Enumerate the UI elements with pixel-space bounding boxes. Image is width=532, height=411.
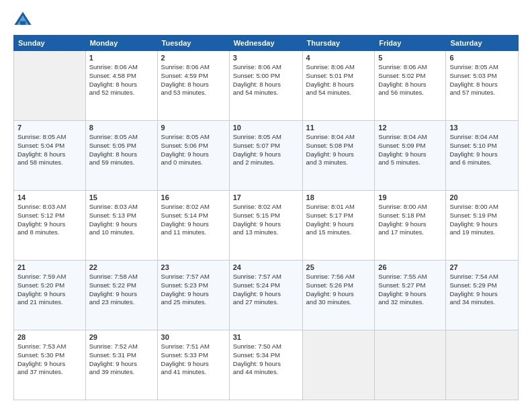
day-number: 29 <box>89 333 154 341</box>
day-info: Sunrise: 8:00 AM Sunset: 5:19 PM Dayligh… <box>449 203 515 237</box>
logo-icon <box>13 11 32 30</box>
calendar-cell: 14Sunrise: 8:03 AM Sunset: 5:12 PM Dayli… <box>14 191 86 261</box>
day-number: 17 <box>233 193 299 201</box>
day-info: Sunrise: 7:58 AM Sunset: 5:22 PM Dayligh… <box>89 273 154 307</box>
calendar-cell: 23Sunrise: 7:57 AM Sunset: 5:23 PM Dayli… <box>157 261 229 330</box>
day-info: Sunrise: 8:03 AM Sunset: 5:13 PM Dayligh… <box>89 203 154 237</box>
day-number: 18 <box>306 193 371 201</box>
calendar-cell: 21Sunrise: 7:59 AM Sunset: 5:20 PM Dayli… <box>14 261 86 330</box>
week-row-0: 1Sunrise: 8:06 AM Sunset: 4:58 PM Daylig… <box>14 51 519 121</box>
calendar-cell: 1Sunrise: 8:06 AM Sunset: 4:58 PM Daylig… <box>85 51 157 121</box>
calendar-cell: 6Sunrise: 8:05 AM Sunset: 5:03 PM Daylig… <box>446 51 519 121</box>
day-info: Sunrise: 8:05 AM Sunset: 5:06 PM Dayligh… <box>161 133 226 167</box>
calendar-header-row: SundayMondayTuesdayWednesdayThursdayFrid… <box>14 36 519 51</box>
svg-rect-2 <box>20 21 26 25</box>
day-info: Sunrise: 8:05 AM Sunset: 5:05 PM Dayligh… <box>89 133 154 167</box>
day-info: Sunrise: 8:04 AM Sunset: 5:09 PM Dayligh… <box>378 133 442 167</box>
day-number: 9 <box>161 124 226 132</box>
day-info: Sunrise: 8:04 AM Sunset: 5:10 PM Dayligh… <box>449 133 515 167</box>
day-number: 25 <box>306 263 371 271</box>
day-number: 12 <box>378 124 442 132</box>
day-number: 1 <box>89 54 154 62</box>
calendar-cell: 30Sunrise: 7:51 AM Sunset: 5:33 PM Dayli… <box>157 330 229 400</box>
calendar-cell: 18Sunrise: 8:01 AM Sunset: 5:17 PM Dayli… <box>302 191 375 261</box>
day-info: Sunrise: 8:05 AM Sunset: 5:04 PM Dayligh… <box>17 133 82 167</box>
calendar-cell: 17Sunrise: 8:02 AM Sunset: 5:15 PM Dayli… <box>229 191 302 261</box>
day-info: Sunrise: 7:59 AM Sunset: 5:20 PM Dayligh… <box>17 273 82 307</box>
day-header-thursday: Thursday <box>302 36 375 51</box>
day-number: 6 <box>449 54 515 62</box>
week-row-3: 21Sunrise: 7:59 AM Sunset: 5:20 PM Dayli… <box>14 261 519 330</box>
day-number: 2 <box>161 54 226 62</box>
week-row-2: 14Sunrise: 8:03 AM Sunset: 5:12 PM Dayli… <box>14 191 519 261</box>
day-info: Sunrise: 8:02 AM Sunset: 5:14 PM Dayligh… <box>161 203 226 237</box>
day-info: Sunrise: 7:52 AM Sunset: 5:31 PM Dayligh… <box>89 342 154 377</box>
calendar-cell: 20Sunrise: 8:00 AM Sunset: 5:19 PM Dayli… <box>446 191 519 261</box>
day-number: 11 <box>306 124 371 132</box>
day-info: Sunrise: 7:56 AM Sunset: 5:26 PM Dayligh… <box>306 273 371 307</box>
calendar-cell: 4Sunrise: 8:06 AM Sunset: 5:01 PM Daylig… <box>302 51 375 121</box>
calendar-cell <box>446 330 519 400</box>
calendar-cell: 7Sunrise: 8:05 AM Sunset: 5:04 PM Daylig… <box>14 121 86 191</box>
calendar-cell: 22Sunrise: 7:58 AM Sunset: 5:22 PM Dayli… <box>85 261 157 330</box>
day-number: 19 <box>378 193 442 201</box>
day-number: 13 <box>449 124 515 132</box>
calendar-cell: 26Sunrise: 7:55 AM Sunset: 5:27 PM Dayli… <box>375 261 446 330</box>
day-info: Sunrise: 7:50 AM Sunset: 5:34 PM Dayligh… <box>233 342 299 377</box>
day-header-monday: Monday <box>85 36 157 51</box>
day-number: 14 <box>17 193 82 201</box>
day-info: Sunrise: 8:01 AM Sunset: 5:17 PM Dayligh… <box>306 203 371 237</box>
day-info: Sunrise: 8:06 AM Sunset: 5:00 PM Dayligh… <box>233 63 299 97</box>
day-info: Sunrise: 7:57 AM Sunset: 5:24 PM Dayligh… <box>233 273 299 307</box>
day-info: Sunrise: 7:51 AM Sunset: 5:33 PM Dayligh… <box>161 342 226 377</box>
day-info: Sunrise: 8:06 AM Sunset: 4:59 PM Dayligh… <box>161 63 226 97</box>
day-info: Sunrise: 8:05 AM Sunset: 5:03 PM Dayligh… <box>449 63 515 97</box>
calendar-cell: 28Sunrise: 7:53 AM Sunset: 5:30 PM Dayli… <box>14 330 86 400</box>
day-header-saturday: Saturday <box>446 36 519 51</box>
day-info: Sunrise: 7:55 AM Sunset: 5:27 PM Dayligh… <box>378 273 442 307</box>
calendar-cell <box>14 51 86 121</box>
day-number: 4 <box>306 54 371 62</box>
week-row-1: 7Sunrise: 8:05 AM Sunset: 5:04 PM Daylig… <box>14 121 519 191</box>
calendar-cell: 16Sunrise: 8:02 AM Sunset: 5:14 PM Dayli… <box>157 191 229 261</box>
day-number: 15 <box>89 193 154 201</box>
day-info: Sunrise: 7:57 AM Sunset: 5:23 PM Dayligh… <box>161 273 226 307</box>
day-number: 5 <box>378 54 442 62</box>
day-info: Sunrise: 8:06 AM Sunset: 5:01 PM Dayligh… <box>306 63 371 97</box>
day-info: Sunrise: 8:02 AM Sunset: 5:15 PM Dayligh… <box>233 203 299 237</box>
day-header-friday: Friday <box>375 36 446 51</box>
week-row-4: 28Sunrise: 7:53 AM Sunset: 5:30 PM Dayli… <box>14 330 519 400</box>
calendar-cell: 31Sunrise: 7:50 AM Sunset: 5:34 PM Dayli… <box>229 330 302 400</box>
day-info: Sunrise: 7:54 AM Sunset: 5:29 PM Dayligh… <box>449 273 515 307</box>
calendar-cell: 24Sunrise: 7:57 AM Sunset: 5:24 PM Dayli… <box>229 261 302 330</box>
day-number: 26 <box>378 263 442 271</box>
day-header-wednesday: Wednesday <box>229 36 302 51</box>
calendar-cell: 15Sunrise: 8:03 AM Sunset: 5:13 PM Dayli… <box>85 191 157 261</box>
day-number: 7 <box>17 124 82 132</box>
calendar-cell: 12Sunrise: 8:04 AM Sunset: 5:09 PM Dayli… <box>375 121 446 191</box>
day-info: Sunrise: 8:04 AM Sunset: 5:08 PM Dayligh… <box>306 133 371 167</box>
calendar-cell: 9Sunrise: 8:05 AM Sunset: 5:06 PM Daylig… <box>157 121 229 191</box>
day-number: 8 <box>89 124 154 132</box>
day-number: 21 <box>17 263 82 271</box>
day-info: Sunrise: 8:03 AM Sunset: 5:12 PM Dayligh… <box>17 203 82 237</box>
day-number: 27 <box>449 263 515 271</box>
day-number: 31 <box>233 333 299 341</box>
day-info: Sunrise: 8:06 AM Sunset: 5:02 PM Dayligh… <box>378 63 442 97</box>
calendar-cell: 27Sunrise: 7:54 AM Sunset: 5:29 PM Dayli… <box>446 261 519 330</box>
day-number: 24 <box>233 263 299 271</box>
day-number: 3 <box>233 54 299 62</box>
calendar: SundayMondayTuesdayWednesdayThursdayFrid… <box>13 35 519 400</box>
page: SundayMondayTuesdayWednesdayThursdayFrid… <box>0 0 532 411</box>
calendar-cell: 3Sunrise: 8:06 AM Sunset: 5:00 PM Daylig… <box>229 51 302 121</box>
calendar-cell: 13Sunrise: 8:04 AM Sunset: 5:10 PM Dayli… <box>446 121 519 191</box>
day-info: Sunrise: 8:05 AM Sunset: 5:07 PM Dayligh… <box>233 133 299 167</box>
day-number: 28 <box>17 333 82 341</box>
calendar-cell: 25Sunrise: 7:56 AM Sunset: 5:26 PM Dayli… <box>302 261 375 330</box>
day-number: 22 <box>89 263 154 271</box>
calendar-cell: 10Sunrise: 8:05 AM Sunset: 5:07 PM Dayli… <box>229 121 302 191</box>
day-number: 30 <box>161 333 226 341</box>
calendar-cell: 2Sunrise: 8:06 AM Sunset: 4:59 PM Daylig… <box>157 51 229 121</box>
day-info: Sunrise: 8:06 AM Sunset: 4:58 PM Dayligh… <box>89 63 154 97</box>
logo-area <box>13 11 35 30</box>
